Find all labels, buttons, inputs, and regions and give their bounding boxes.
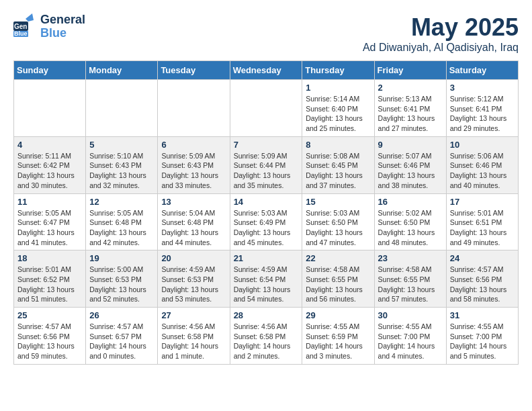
calendar-cell-4-3: 28Sunrise: 4:56 AM Sunset: 6:58 PM Dayli… [230, 308, 302, 365]
calendar-cell-3-4: 22Sunrise: 4:58 AM Sunset: 6:55 PM Dayli… [302, 250, 374, 308]
day-info: Sunrise: 5:02 AM Sunset: 6:50 PM Dayligh… [378, 208, 443, 248]
day-number: 21 [234, 253, 299, 263]
calendar-cell-1-4: 8Sunrise: 5:08 AM Sunset: 6:45 PM Daylig… [302, 136, 374, 193]
col-saturday: Saturday [446, 61, 518, 80]
day-number: 11 [17, 197, 82, 207]
day-info: Sunrise: 4:58 AM Sunset: 6:55 PM Dayligh… [306, 265, 370, 304]
day-number: 16 [378, 197, 443, 207]
day-number: 1 [306, 83, 370, 93]
day-number: 2 [378, 83, 443, 93]
day-number: 18 [17, 253, 82, 263]
calendar-cell-0-2 [158, 80, 230, 137]
day-info: Sunrise: 5:09 AM Sunset: 6:43 PM Dayligh… [161, 151, 226, 191]
month-title: May 2025 [363, 13, 519, 42]
day-info: Sunrise: 4:55 AM Sunset: 6:59 PM Dayligh… [306, 322, 370, 361]
day-number: 9 [378, 140, 443, 150]
day-number: 22 [306, 253, 370, 263]
day-info: Sunrise: 4:59 AM Sunset: 6:53 PM Dayligh… [161, 265, 226, 304]
day-info: Sunrise: 5:10 AM Sunset: 6:43 PM Dayligh… [89, 151, 154, 191]
day-number: 24 [450, 253, 515, 263]
calendar-cell-0-6: 3Sunrise: 5:12 AM Sunset: 6:41 PM Daylig… [446, 80, 518, 137]
logo-general: General [40, 13, 85, 27]
calendar-cell-0-0 [14, 80, 86, 137]
day-info: Sunrise: 5:13 AM Sunset: 6:41 PM Dayligh… [378, 94, 443, 134]
calendar-cell-2-6: 17Sunrise: 5:01 AM Sunset: 6:51 PM Dayli… [446, 193, 518, 250]
day-info: Sunrise: 5:06 AM Sunset: 6:46 PM Dayligh… [450, 151, 515, 191]
day-info: Sunrise: 4:55 AM Sunset: 7:00 PM Dayligh… [378, 322, 443, 361]
day-number: 8 [306, 140, 370, 150]
day-number: 29 [306, 310, 370, 320]
day-info: Sunrise: 5:00 AM Sunset: 6:53 PM Dayligh… [89, 265, 154, 304]
calendar-cell-0-4: 1Sunrise: 5:14 AM Sunset: 6:40 PM Daylig… [302, 80, 374, 137]
day-info: Sunrise: 4:58 AM Sunset: 6:55 PM Dayligh… [378, 265, 443, 304]
day-info: Sunrise: 4:56 AM Sunset: 6:58 PM Dayligh… [234, 322, 299, 361]
day-number: 5 [89, 140, 154, 150]
day-info: Sunrise: 5:01 AM Sunset: 6:51 PM Dayligh… [450, 208, 515, 248]
title-block: May 2025 Ad Diwaniyah, Al Qadisiyah, Ira… [363, 13, 519, 54]
calendar-cell-3-2: 20Sunrise: 4:59 AM Sunset: 6:53 PM Dayli… [158, 250, 230, 308]
calendar-cell-0-3 [230, 80, 302, 137]
day-number: 23 [378, 253, 443, 263]
col-friday: Friday [374, 61, 446, 80]
calendar-cell-4-5: 30Sunrise: 4:55 AM Sunset: 7:00 PM Dayli… [374, 308, 446, 365]
day-info: Sunrise: 5:03 AM Sunset: 6:49 PM Dayligh… [234, 208, 299, 248]
calendar-cell-3-3: 21Sunrise: 4:59 AM Sunset: 6:54 PM Dayli… [230, 250, 302, 308]
day-number: 28 [234, 310, 299, 320]
col-wednesday: Wednesday [230, 61, 302, 80]
day-info: Sunrise: 5:08 AM Sunset: 6:45 PM Dayligh… [306, 151, 370, 191]
day-info: Sunrise: 5:05 AM Sunset: 6:48 PM Dayligh… [89, 208, 154, 248]
day-info: Sunrise: 5:14 AM Sunset: 6:40 PM Dayligh… [306, 94, 370, 134]
col-thursday: Thursday [302, 61, 374, 80]
calendar-week-3: 11Sunrise: 5:05 AM Sunset: 6:47 PM Dayli… [14, 193, 519, 250]
day-number: 30 [378, 310, 443, 320]
col-monday: Monday [86, 61, 158, 80]
day-number: 14 [234, 197, 299, 207]
day-info: Sunrise: 4:56 AM Sunset: 6:58 PM Dayligh… [161, 322, 226, 361]
logo: Gen Blue General Blue [13, 13, 85, 40]
day-info: Sunrise: 4:57 AM Sunset: 6:56 PM Dayligh… [450, 265, 515, 304]
day-number: 20 [161, 253, 226, 263]
day-number: 19 [89, 253, 154, 263]
day-info: Sunrise: 5:03 AM Sunset: 6:50 PM Dayligh… [306, 208, 370, 248]
day-number: 17 [450, 197, 515, 207]
calendar-cell-1-1: 5Sunrise: 5:10 AM Sunset: 6:43 PM Daylig… [86, 136, 158, 193]
svg-text:Blue: Blue [14, 30, 28, 37]
page-header: Gen Blue General Blue May 2025 Ad Diwani… [13, 13, 519, 54]
calendar-cell-1-3: 7Sunrise: 5:09 AM Sunset: 6:44 PM Daylig… [230, 136, 302, 193]
day-number: 31 [450, 310, 515, 320]
day-info: Sunrise: 5:12 AM Sunset: 6:41 PM Dayligh… [450, 94, 515, 134]
day-info: Sunrise: 5:01 AM Sunset: 6:52 PM Dayligh… [17, 265, 82, 304]
day-number: 26 [89, 310, 154, 320]
svg-marker-4 [26, 13, 34, 21]
day-number: 7 [234, 140, 299, 150]
calendar-cell-2-0: 11Sunrise: 5:05 AM Sunset: 6:47 PM Dayli… [14, 193, 86, 250]
calendar-cell-4-6: 31Sunrise: 4:55 AM Sunset: 7:00 PM Dayli… [446, 308, 518, 365]
calendar-cell-4-1: 26Sunrise: 4:57 AM Sunset: 6:57 PM Dayli… [86, 308, 158, 365]
day-info: Sunrise: 4:55 AM Sunset: 7:00 PM Dayligh… [450, 322, 515, 361]
day-number: 25 [17, 310, 82, 320]
col-tuesday: Tuesday [158, 61, 230, 80]
calendar-cell-4-4: 29Sunrise: 4:55 AM Sunset: 6:59 PM Dayli… [302, 308, 374, 365]
day-number: 27 [161, 310, 226, 320]
day-info: Sunrise: 4:57 AM Sunset: 6:57 PM Dayligh… [89, 322, 154, 361]
calendar-cell-1-2: 6Sunrise: 5:09 AM Sunset: 6:43 PM Daylig… [158, 136, 230, 193]
day-info: Sunrise: 4:59 AM Sunset: 6:54 PM Dayligh… [234, 265, 299, 304]
calendar-cell-2-2: 13Sunrise: 5:04 AM Sunset: 6:48 PM Dayli… [158, 193, 230, 250]
calendar-table: Sunday Monday Tuesday Wednesday Thursday… [13, 60, 519, 365]
calendar-header-row: Sunday Monday Tuesday Wednesday Thursday… [14, 61, 519, 80]
logo-blue: Blue [40, 27, 85, 40]
day-number: 6 [161, 140, 226, 150]
day-info: Sunrise: 5:09 AM Sunset: 6:44 PM Dayligh… [234, 151, 299, 191]
day-number: 10 [450, 140, 515, 150]
calendar-cell-3-6: 24Sunrise: 4:57 AM Sunset: 6:56 PM Dayli… [446, 250, 518, 308]
day-number: 4 [17, 140, 82, 150]
calendar-cell-1-5: 9Sunrise: 5:07 AM Sunset: 6:46 PM Daylig… [374, 136, 446, 193]
calendar-cell-3-1: 19Sunrise: 5:00 AM Sunset: 6:53 PM Dayli… [86, 250, 158, 308]
day-info: Sunrise: 5:04 AM Sunset: 6:48 PM Dayligh… [161, 208, 226, 248]
calendar-cell-4-0: 25Sunrise: 4:57 AM Sunset: 6:56 PM Dayli… [14, 308, 86, 365]
day-info: Sunrise: 5:07 AM Sunset: 6:46 PM Dayligh… [378, 151, 443, 191]
day-number: 15 [306, 197, 370, 207]
svg-text:Gen: Gen [14, 23, 27, 30]
day-number: 3 [450, 83, 515, 93]
calendar-cell-1-0: 4Sunrise: 5:11 AM Sunset: 6:42 PM Daylig… [14, 136, 86, 193]
